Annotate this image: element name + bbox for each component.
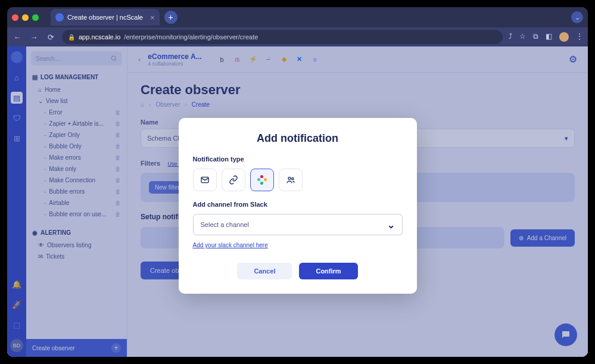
users-icon <box>286 175 295 185</box>
confirm-button[interactable]: Confirm <box>299 263 357 279</box>
tab-title: Create observer | ncScale <box>67 14 143 21</box>
svg-point-4 <box>291 178 293 179</box>
link-icon <box>229 175 238 185</box>
window-maximize[interactable] <box>32 14 39 21</box>
add-slack-channel-link[interactable]: Add your slack channel here <box>193 242 268 248</box>
cancel-button[interactable]: Cancel <box>237 263 292 279</box>
window-close[interactable] <box>12 14 18 21</box>
modal-title: Add notification <box>193 132 403 145</box>
forward-icon[interactable]: → <box>29 33 39 42</box>
window-minimize[interactable] <box>22 14 29 21</box>
add-notification-modal: Add notification Notification type <box>179 118 417 294</box>
menu-icon[interactable]: ⋮ <box>576 32 583 42</box>
panel-icon[interactable]: ◧ <box>546 32 552 42</box>
new-tab-button[interactable]: + <box>164 11 177 24</box>
bookmark-icon[interactable]: ☆ <box>519 32 526 42</box>
profile-avatar[interactable] <box>559 32 569 42</box>
notification-type-label: Notification type <box>193 155 403 163</box>
notification-type-slack[interactable] <box>250 169 274 191</box>
channel-select[interactable]: Select a channel <box>193 214 403 235</box>
mail-icon <box>200 175 210 185</box>
url-host: app.ncscale.io <box>79 33 120 41</box>
notification-type-webhook[interactable] <box>222 169 245 191</box>
slack-icon <box>257 175 267 185</box>
lock-icon: 🔒 <box>68 34 75 41</box>
svg-point-3 <box>288 177 291 179</box>
notification-type-team[interactable] <box>279 169 303 191</box>
extensions-icon[interactable]: ⧉ <box>533 32 538 42</box>
share-icon[interactable]: ⤴ <box>509 32 512 42</box>
favicon <box>55 13 64 21</box>
chevron-down-icon[interactable]: ⌄ <box>571 11 583 23</box>
modal-overlay[interactable]: Add notification Notification type <box>7 46 588 357</box>
back-icon[interactable]: ← <box>12 33 23 42</box>
reload-icon[interactable]: ⟳ <box>45 33 56 42</box>
close-tab-icon[interactable]: × <box>150 13 155 22</box>
address-bar[interactable]: 🔒 app.ncscale.io/enterprise/monitoring/a… <box>62 30 503 44</box>
notification-type-email[interactable] <box>193 169 217 191</box>
channel-label: Add channel from Slack <box>193 201 403 208</box>
browser-tab[interactable]: Create observer | ncScale × <box>51 9 160 26</box>
url-path: /enterprise/monitoring/alerting/observer… <box>124 33 258 41</box>
